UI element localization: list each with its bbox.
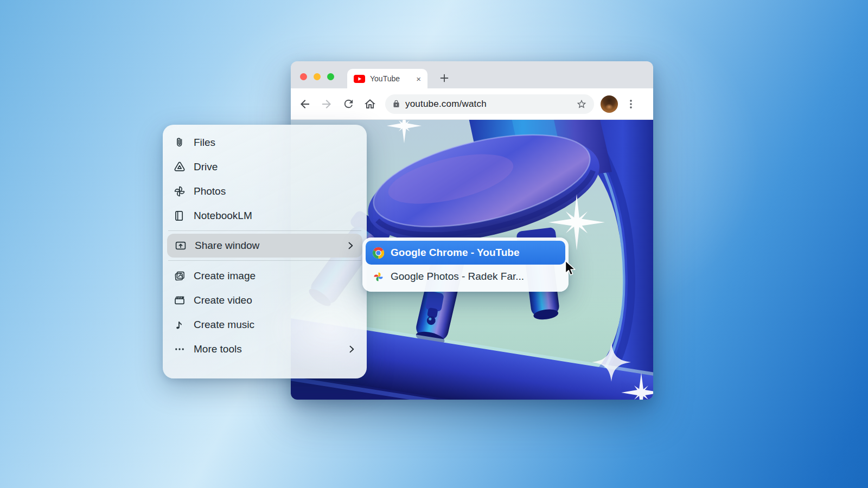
menu-item-more-tools[interactable]: More tools	[163, 337, 367, 361]
google-photos-logo-icon	[372, 270, 385, 283]
tab-youtube[interactable]: YouTube ×	[347, 69, 427, 88]
menu-item-files[interactable]: Files	[163, 130, 367, 155]
zoom-window-button[interactable]	[327, 73, 334, 80]
chevron-right-icon	[345, 240, 356, 251]
menu-item-share-window[interactable]: Share window	[167, 234, 362, 258]
browser-menu-icon[interactable]	[625, 98, 637, 110]
submenu-item-label: Google Photos - Radek Far...	[391, 271, 524, 282]
menu-item-label: Create image	[194, 270, 256, 282]
menu-item-drive[interactable]: Drive	[163, 155, 367, 179]
reload-button[interactable]	[341, 97, 355, 111]
new-tab-button[interactable]	[436, 70, 452, 86]
assistant-context-menu: Files Drive Photos NotebookLM Share wind…	[163, 125, 367, 378]
youtube-favicon	[354, 75, 365, 83]
menu-item-label: Files	[194, 137, 215, 149]
menu-item-create-image[interactable]: Create image	[163, 264, 367, 288]
chrome-logo-icon	[372, 246, 385, 259]
menu-item-label: NotebookLM	[194, 210, 252, 222]
lock-icon	[392, 100, 400, 108]
back-button[interactable]	[298, 97, 312, 111]
tab-title: YouTube	[370, 74, 400, 83]
share-window-submenu: Google Chrome - YouTube Google Photos - …	[362, 237, 569, 292]
paperclip-icon	[173, 136, 187, 150]
home-button[interactable]	[363, 97, 377, 111]
submenu-item-chrome-youtube[interactable]: Google Chrome - YouTube	[366, 241, 565, 265]
music-note-icon	[173, 318, 187, 332]
address-bar[interactable]: youtube.com/watch	[385, 94, 594, 114]
clapperboard-icon	[173, 293, 187, 307]
photos-pinwheel-icon	[173, 184, 187, 198]
menu-separator	[168, 230, 361, 231]
menu-item-label: Share window	[195, 240, 259, 252]
profile-avatar[interactable]	[601, 95, 618, 113]
menu-separator	[168, 260, 361, 261]
url-text[interactable]: youtube.com/watch	[405, 99, 487, 110]
menu-item-label: Drive	[194, 161, 218, 173]
menu-item-label: Create video	[194, 294, 252, 306]
ellipsis-icon	[173, 342, 187, 356]
bookmark-star-icon[interactable]	[576, 99, 587, 110]
close-window-button[interactable]	[300, 73, 307, 80]
minimize-window-button[interactable]	[314, 73, 321, 80]
browser-toolbar: youtube.com/watch	[291, 88, 653, 120]
tab-strip: YouTube ×	[291, 61, 653, 88]
forward-button[interactable]	[320, 97, 334, 111]
image-stack-icon	[173, 269, 187, 283]
window-controls	[300, 73, 334, 80]
mouse-cursor	[564, 260, 576, 277]
menu-item-notebooklm[interactable]: NotebookLM	[163, 203, 367, 228]
menu-item-label: More tools	[194, 343, 242, 355]
google-drive-icon	[173, 160, 187, 174]
tab-close-icon[interactable]: ×	[416, 75, 421, 83]
notebook-icon	[173, 209, 187, 223]
menu-item-create-music[interactable]: Create music	[163, 312, 367, 337]
share-window-icon	[174, 239, 188, 253]
chevron-right-icon	[346, 344, 357, 355]
menu-item-photos[interactable]: Photos	[163, 179, 367, 203]
submenu-item-label: Google Chrome - YouTube	[391, 247, 520, 259]
menu-item-create-video[interactable]: Create video	[163, 288, 367, 312]
menu-item-label: Create music	[194, 319, 254, 331]
submenu-item-google-photos[interactable]: Google Photos - Radek Far...	[366, 265, 565, 288]
menu-item-label: Photos	[194, 185, 226, 197]
